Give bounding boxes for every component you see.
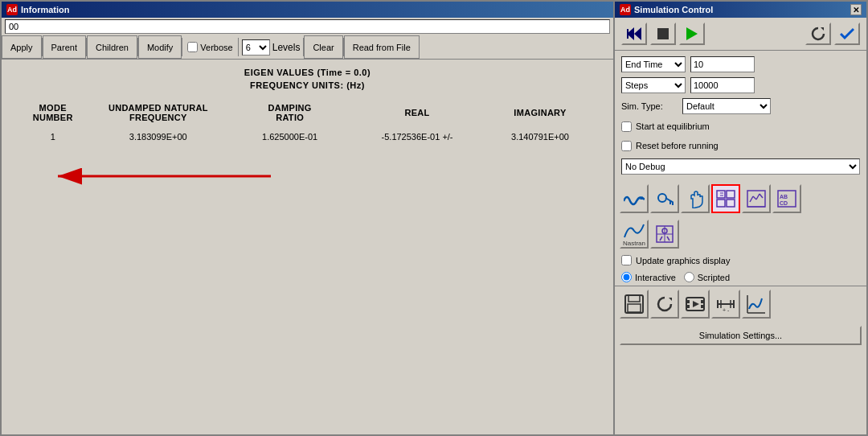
svg-rect-5 <box>657 28 669 39</box>
scripted-option: Scripted <box>684 272 730 282</box>
reset-row: Reset before running <box>621 138 860 154</box>
playback-bar <box>615 18 866 51</box>
levels-select[interactable]: 6 1234578 <box>242 39 270 56</box>
refresh-button[interactable] <box>805 23 831 45</box>
sim-titlebar-left: Ad Simulation Control <box>620 4 713 15</box>
debug-dropdown[interactable]: No Debug Debug Level 1 Debug Level 2 <box>621 158 860 175</box>
start-equil-checkbox[interactable] <box>621 121 632 132</box>
film-icon <box>686 294 705 314</box>
svg-marker-44 <box>693 301 699 307</box>
key-button[interactable] <box>650 184 679 213</box>
steps-dropdown[interactable]: Steps Step Size <box>621 77 686 93</box>
end-time-dropdown[interactable]: End Time Duration <box>621 56 686 72</box>
parent-button[interactable]: Parent <box>43 35 86 59</box>
svg-text:CD: CD <box>780 200 788 206</box>
anchor-button[interactable] <box>650 220 679 249</box>
svg-rect-16 <box>727 199 735 207</box>
verbose-checkbox[interactable] <box>187 42 198 52</box>
close-button[interactable]: ✕ <box>850 4 862 15</box>
chart-line-button[interactable] <box>742 290 771 319</box>
grid-view-button[interactable] <box>711 184 740 213</box>
cell-imaginary: 3.140791E+00 <box>483 129 597 145</box>
levels-container: 6 1234578 Levels <box>239 35 304 59</box>
reload-icon <box>655 294 674 314</box>
sim-type-dropdown[interactable]: Default Static Dynamic Kinematic <box>682 98 771 114</box>
reload-icon-button[interactable] <box>650 290 679 319</box>
eigen-title: EIGEN VALUES (Time = 0.0) <box>18 68 597 77</box>
svg-marker-38 <box>669 298 672 301</box>
svg-line-21 <box>750 196 753 202</box>
reset-checkbox[interactable] <box>621 141 632 151</box>
svg-text:AB: AB <box>780 194 788 199</box>
clear-button[interactable]: Clear <box>304 35 342 59</box>
anchor-icon <box>655 224 674 244</box>
bottom-icon-bar: + - <box>615 286 866 322</box>
nastran-button[interactable]: Nastran <box>620 220 649 249</box>
rewind-icon <box>627 27 641 40</box>
svg-line-33 <box>667 237 669 241</box>
col-imaginary: IMAGINARY <box>483 103 597 129</box>
measure-icon: + - <box>716 294 735 314</box>
rewind-button[interactable] <box>621 23 647 45</box>
cursor-button[interactable] <box>681 184 710 213</box>
confirm-button[interactable] <box>834 23 860 45</box>
hand-icon <box>686 189 704 208</box>
data-table: MODENUMBER UNDAMPED NATURALFREQUENCY DAM… <box>18 103 597 145</box>
icon-toolbar-row2: Nastran <box>615 216 866 252</box>
save-icon <box>624 294 644 314</box>
col-real: REAL <box>351 103 483 129</box>
svg-rect-41 <box>686 305 690 308</box>
save-icon-button[interactable] <box>620 290 649 319</box>
svg-rect-37 <box>630 306 638 311</box>
icon-toolbar-row1: AB CD <box>615 181 866 216</box>
update-graphics-checkbox[interactable] <box>621 255 632 265</box>
svg-line-24 <box>760 194 763 198</box>
table-row: 1 3.183099E+00 1.625000E-01 -5.172536E-0… <box>18 129 597 145</box>
read-from-file-button[interactable]: Read from File <box>344 35 420 59</box>
svg-rect-4 <box>627 29 628 39</box>
svg-marker-6 <box>686 27 698 40</box>
stop-icon <box>657 28 669 39</box>
svg-line-23 <box>756 194 760 199</box>
end-time-row: End Time Duration <box>621 56 860 73</box>
info-title-icon: Ad <box>6 4 18 15</box>
info-panel: Ad Information 00 Apply Parent Children … <box>0 0 615 436</box>
interactive-radio[interactable] <box>621 272 632 282</box>
svg-rect-40 <box>686 300 690 303</box>
measure-icon-button[interactable]: + - <box>711 290 740 319</box>
stop-button[interactable] <box>650 23 676 45</box>
steps-input[interactable] <box>690 77 755 93</box>
end-time-input[interactable] <box>690 56 755 72</box>
text-view-button[interactable]: AB CD <box>772 184 801 213</box>
update-graphics-row: Update graphics display <box>615 252 866 269</box>
start-equil-label: Start at equilibrium <box>636 121 710 131</box>
wave-button[interactable] <box>620 184 649 213</box>
col-damping: DAMPINGRATIO <box>228 103 351 129</box>
svg-line-22 <box>753 196 756 199</box>
modify-button[interactable]: Modify <box>138 35 182 59</box>
steps-row: Steps Step Size <box>621 76 860 94</box>
settings-area: Simulation Settings... <box>615 322 866 349</box>
svg-marker-3 <box>634 27 641 40</box>
apply-button[interactable]: Apply <box>2 35 42 59</box>
children-button[interactable]: Children <box>87 35 137 59</box>
chart-button[interactable] <box>742 184 771 213</box>
form-area: End Time Duration Steps Step Size Sim. T… <box>615 51 866 181</box>
play-icon <box>686 27 698 40</box>
reset-label: Reset before running <box>636 141 719 150</box>
interactive-label: Interactive <box>635 273 676 282</box>
text-icon: AB CD <box>777 190 796 208</box>
simulation-settings-button[interactable]: Simulation Settings... <box>620 326 862 345</box>
svg-rect-42 <box>701 300 704 303</box>
scripted-radio[interactable] <box>684 272 694 282</box>
interactive-option: Interactive <box>621 272 676 282</box>
svg-point-9 <box>658 194 666 202</box>
film-icon-button[interactable] <box>681 290 710 319</box>
chart-icon <box>747 190 766 208</box>
svg-line-32 <box>660 237 662 241</box>
levels-label: Levels <box>272 42 301 53</box>
play-button[interactable] <box>679 23 705 45</box>
cell-freq: 3.183099E+00 <box>88 129 228 145</box>
sim-titlebar: Ad Simulation Control ✕ <box>615 2 866 18</box>
arrow-indicator <box>50 156 275 196</box>
